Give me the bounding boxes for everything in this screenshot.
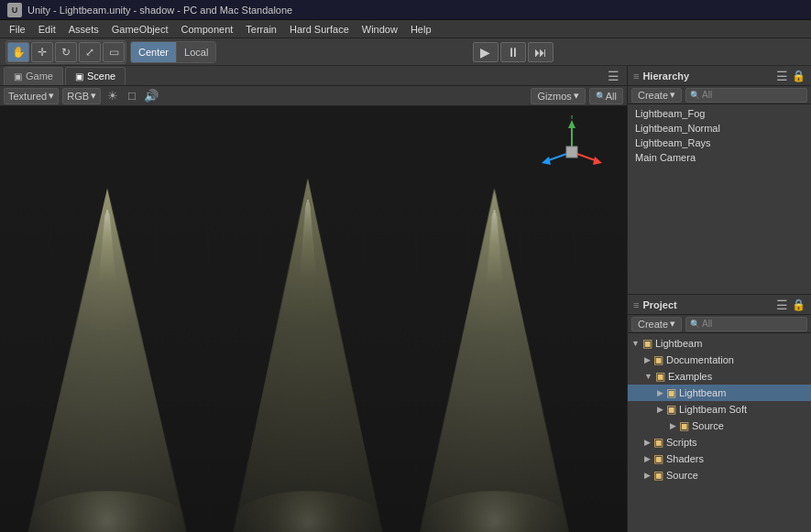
folder-icon: ▣ bbox=[653, 452, 663, 465]
hierarchy-panel: ≡ Hierarchy ☰ 🔒 Create ▾ 🔍 All Lightbeam… bbox=[628, 66, 811, 295]
menu-window[interactable]: Window bbox=[356, 22, 403, 37]
gizmos-arrow: ▾ bbox=[574, 90, 579, 102]
fog-icon[interactable]: □ bbox=[124, 88, 140, 104]
menu-assets[interactable]: Assets bbox=[63, 22, 104, 37]
audio-icon[interactable]: 🔊 bbox=[143, 88, 159, 104]
project-tree-item-1[interactable]: ▶ ▣ Documentation bbox=[628, 352, 811, 368]
folder-label: Lightbeam Soft bbox=[679, 404, 747, 415]
unity-logo-icon: U bbox=[7, 3, 22, 17]
folder-label: Source bbox=[666, 470, 698, 481]
hierarchy-lock-button[interactable]: 🔒 bbox=[792, 70, 806, 82]
hierarchy-icon: ≡ bbox=[633, 71, 639, 81]
shading-mode-dropdown[interactable]: Textured ▾ bbox=[4, 88, 59, 104]
folder-label: Examples bbox=[668, 371, 712, 382]
hierarchy-create-button[interactable]: Create ▾ bbox=[631, 88, 682, 103]
hierarchy-toolbar: Create ▾ 🔍 All bbox=[628, 86, 811, 104]
scale-tool-button[interactable]: ⤢ bbox=[79, 42, 101, 62]
gizmo-center-cube bbox=[566, 147, 577, 157]
y-axis-arrowhead bbox=[568, 120, 575, 128]
project-tree-item-8[interactable]: ▶ ▣ Source bbox=[628, 467, 811, 483]
viewport-tab-bar: ▣ Game ▣ Scene ☰ bbox=[0, 66, 627, 86]
hand-tool-button[interactable]: ✋ bbox=[7, 42, 29, 62]
main-camera-label: Main Camera bbox=[635, 152, 696, 163]
hierarchy-item-main-camera[interactable]: Main Camera bbox=[628, 150, 811, 165]
all-layers-button[interactable]: 🔍 All bbox=[589, 88, 623, 104]
viewport-panel: ▣ Game ▣ Scene ☰ Textured ▾ RGB ▾ ☀ □ bbox=[0, 66, 628, 532]
game-tab-label: Game bbox=[26, 71, 53, 81]
lightbeam-rays-label: Lightbeam_Rays bbox=[635, 137, 711, 148]
folder-label: Source bbox=[692, 420, 724, 431]
folder-arrow-icon: ▼ bbox=[631, 339, 640, 348]
project-search[interactable]: 🔍 All bbox=[685, 317, 807, 331]
project-tree-item-3[interactable]: ▶ ▣ Lightbeam bbox=[628, 385, 811, 401]
center-toggle-button[interactable]: Center bbox=[131, 42, 177, 62]
play-button[interactable]: ▶ bbox=[473, 42, 499, 62]
transform-tools-group: ✋ ✛ ↻ ⤢ ▭ bbox=[5, 40, 126, 64]
menu-help[interactable]: Help bbox=[405, 22, 437, 37]
hierarchy-item-lightbeam-normal[interactable]: Lightbeam_Normal bbox=[628, 121, 811, 136]
folder-arrow-icon: ▶ bbox=[657, 405, 663, 414]
folder-arrow-icon: ▶ bbox=[670, 421, 676, 430]
menu-terrain[interactable]: Terrain bbox=[240, 22, 282, 37]
hierarchy-create-label: Create bbox=[638, 90, 668, 101]
folder-label: Scripts bbox=[666, 437, 697, 448]
folder-arrow-icon: ▶ bbox=[644, 471, 651, 480]
project-tree-item-2[interactable]: ▼ ▣ Examples bbox=[628, 368, 811, 385]
y-axis-label: Y bbox=[569, 115, 575, 121]
menu-component[interactable]: Component bbox=[175, 22, 238, 37]
folder-arrow-icon: ▶ bbox=[644, 355, 651, 364]
all-layers-label: All bbox=[606, 91, 617, 102]
move-tool-button[interactable]: ✛ bbox=[31, 42, 53, 62]
sun-icon[interactable]: ☀ bbox=[104, 88, 121, 104]
lightbeam-normal-label: Lightbeam_Normal bbox=[635, 123, 720, 134]
lightbeam-fog-label: Lightbeam_Fog bbox=[635, 108, 705, 119]
viewport-3d[interactable]: Y bbox=[0, 106, 627, 532]
tab-scene[interactable]: ▣ Scene bbox=[65, 67, 126, 85]
x-axis-arrowhead bbox=[593, 157, 602, 165]
scene-tab-label: Scene bbox=[87, 71, 115, 81]
project-create-arrow: ▾ bbox=[670, 318, 675, 330]
color-dropdown-arrow: ▾ bbox=[91, 90, 96, 102]
tab-game[interactable]: ▣ Game bbox=[4, 67, 63, 85]
project-tree-item-0[interactable]: ▼ ▣ Lightbeam bbox=[628, 335, 811, 352]
hierarchy-item-lightbeam-rays[interactable]: Lightbeam_Rays bbox=[628, 136, 811, 150]
menu-gameobject[interactable]: GameObject bbox=[106, 22, 174, 37]
hierarchy-options-button[interactable]: ☰ bbox=[776, 69, 788, 83]
project-tree-item-4[interactable]: ▶ ▣ Lightbeam Soft bbox=[628, 401, 811, 418]
rotate-tool-button[interactable]: ↻ bbox=[55, 42, 77, 62]
gizmos-label: Gizmos bbox=[537, 91, 571, 102]
hierarchy-search[interactable]: 🔍 All bbox=[685, 88, 807, 103]
folder-icon: ▣ bbox=[666, 403, 676, 416]
search-small-icon: 🔍 bbox=[596, 92, 606, 101]
hierarchy-create-arrow: ▾ bbox=[670, 89, 675, 101]
project-create-button[interactable]: Create ▾ bbox=[631, 317, 682, 331]
shading-mode-label: Textured bbox=[8, 91, 47, 102]
gizmos-button[interactable]: Gizmos ▾ bbox=[531, 88, 585, 104]
title-bar: U Unity - Lightbeam.unity - shadow - PC … bbox=[0, 0, 811, 20]
rect-tool-button[interactable]: ▭ bbox=[103, 42, 125, 62]
menu-file[interactable]: File bbox=[4, 22, 31, 37]
project-options-button[interactable]: ☰ bbox=[776, 298, 788, 312]
project-tree-item-7[interactable]: ▶ ▣ Shaders bbox=[628, 451, 811, 467]
menu-hardsurface[interactable]: Hard Surface bbox=[284, 22, 355, 37]
local-toggle-button[interactable]: Local bbox=[177, 42, 215, 62]
menu-bar: File Edit Assets GameObject Component Te… bbox=[0, 20, 811, 38]
menu-edit[interactable]: Edit bbox=[33, 22, 61, 37]
folder-arrow-icon: ▶ bbox=[644, 438, 651, 447]
project-search-icon: 🔍 bbox=[690, 320, 700, 329]
project-panel: ≡ Project ☰ 🔒 Create ▾ 🔍 All ▼ ▣ bbox=[628, 295, 811, 532]
folder-arrow-icon: ▼ bbox=[644, 372, 652, 381]
folder-icon: ▣ bbox=[655, 370, 665, 383]
folder-icon: ▣ bbox=[653, 436, 663, 449]
project-create-label: Create bbox=[638, 319, 668, 330]
step-button[interactable]: ⏭ bbox=[528, 42, 553, 62]
color-mode-dropdown[interactable]: RGB ▾ bbox=[62, 88, 101, 104]
viewport-options-button[interactable]: ☰ bbox=[604, 69, 623, 83]
project-tree-item-5[interactable]: ▶ ▣ Source bbox=[628, 418, 811, 434]
hierarchy-item-lightbeam-fog[interactable]: Lightbeam_Fog bbox=[628, 106, 811, 121]
project-icon: ≡ bbox=[633, 299, 639, 310]
project-tree-item-6[interactable]: ▶ ▣ Scripts bbox=[628, 434, 811, 451]
pause-button[interactable]: ⏸ bbox=[500, 42, 526, 62]
project-lock-button[interactable]: 🔒 bbox=[792, 299, 806, 311]
project-tree: ▼ ▣ Lightbeam▶ ▣ Documentation▼ ▣ Exampl… bbox=[628, 333, 811, 532]
